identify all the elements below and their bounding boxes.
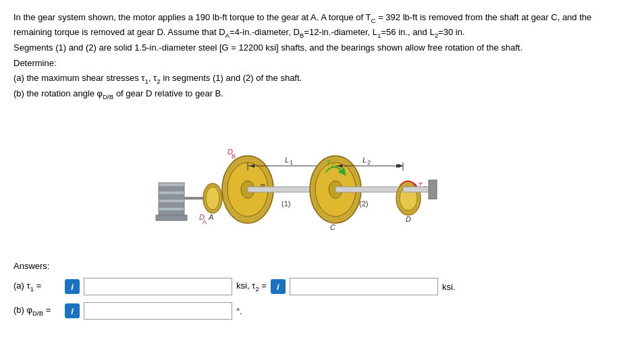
svg-text:C: C — [330, 223, 336, 231]
unit-ksi2: ksi. — [442, 282, 456, 292]
info-button-a2[interactable]: i — [271, 279, 286, 294]
tau1-input[interactable] — [84, 278, 232, 295]
problem-line2: Segments (1) and (2) are solid 1.5-in.-d… — [14, 41, 630, 55]
svg-rect-50 — [429, 180, 437, 199]
svg-rect-34 — [336, 187, 403, 192]
svg-text:D: D — [406, 215, 411, 223]
svg-text:A: A — [208, 213, 213, 221]
answers-section: Answers: (a) τ1 = i ksi, τ2 = i ksi. (b)… — [14, 261, 630, 320]
svg-text:(1): (1) — [281, 200, 290, 208]
svg-text:L: L — [363, 156, 367, 164]
problem-text: In the gear system shown, the motor appl… — [14, 11, 630, 102]
problem-line5: (b) the rotation angle φD/B of gear D re… — [14, 87, 630, 102]
svg-text:A: A — [203, 218, 207, 225]
unit-degree: °. — [236, 306, 242, 316]
gear-diagram: A D A D B B (1) L 1 C T C — [153, 109, 491, 243]
svg-rect-3 — [159, 194, 184, 200]
tau2-input[interactable] — [290, 278, 438, 295]
diagram-area: A D A D B B (1) L 1 C T C — [14, 109, 630, 250]
info-button-a1[interactable]: i — [65, 279, 80, 294]
part-b-label: (b) φD/B = — [14, 305, 61, 317]
svg-text:(2): (2) — [359, 200, 368, 208]
svg-text:B: B — [232, 153, 236, 160]
phi-input[interactable] — [84, 302, 232, 320]
answer-row-a: (a) τ1 = i ksi, τ2 = i ksi. — [14, 278, 630, 295]
svg-rect-49 — [403, 187, 430, 192]
svg-text:2: 2 — [367, 159, 371, 166]
info-button-b[interactable]: i — [65, 303, 80, 318]
svg-rect-2 — [159, 186, 184, 191]
problem-line4: (a) the maximum shear stresses τ1, τ2 in… — [14, 71, 630, 86]
answer-row-b: (b) φD/B = i °. — [14, 302, 630, 320]
unit-ksi1: ksi, τ2 = — [236, 281, 267, 293]
svg-text:C: C — [331, 163, 336, 169]
svg-point-9 — [206, 187, 219, 210]
problem-line1: In the gear system shown, the motor appl… — [14, 11, 630, 40]
svg-rect-4 — [159, 202, 184, 208]
svg-text:L: L — [285, 156, 289, 164]
svg-text:1: 1 — [290, 159, 293, 166]
problem-line3: Determine: — [14, 57, 630, 70]
part-a-label: (a) τ1 = — [14, 281, 61, 293]
answers-label: Answers: — [14, 261, 630, 271]
svg-rect-6 — [156, 215, 187, 220]
